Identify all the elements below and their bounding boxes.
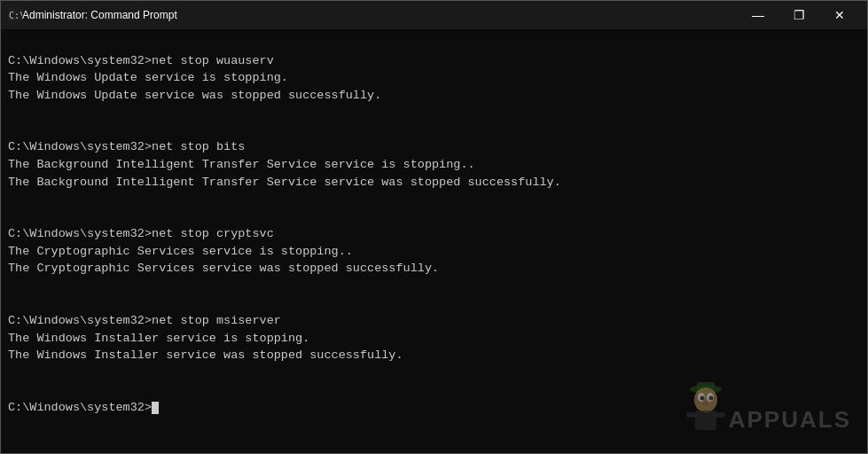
minimize-button[interactable]: —: [738, 1, 778, 29]
console-output[interactable]: C:\Windows\system32>net stop wuauserv Th…: [1, 29, 867, 453]
watermark-figure: [683, 379, 729, 437]
title-bar: C:\ Administrator: Command Prompt — ❐ ✕: [1, 1, 867, 29]
watermark-text: APPUALS: [729, 406, 851, 437]
svg-point-4: [694, 387, 717, 412]
close-button[interactable]: ✕: [819, 1, 860, 29]
cmd-icon: C:\: [8, 8, 22, 22]
svg-rect-11: [686, 412, 697, 418]
svg-point-7: [700, 396, 704, 401]
window-title: Administrator: Command Prompt: [22, 9, 738, 21]
svg-text:C:\: C:\: [9, 11, 22, 20]
watermark: APPUALS: [683, 379, 851, 437]
svg-point-8: [708, 396, 713, 401]
console-text-block: C:\Windows\system32>net stop wuauserv Th…: [8, 35, 860, 416]
svg-rect-10: [695, 411, 716, 430]
command-prompt-window: C:\ Administrator: Command Prompt — ❐ ✕ …: [0, 0, 868, 454]
window-controls: — ❐ ✕: [738, 1, 860, 29]
svg-point-9: [703, 402, 708, 405]
maximize-button[interactable]: ❐: [778, 1, 819, 29]
svg-rect-12: [715, 412, 725, 418]
